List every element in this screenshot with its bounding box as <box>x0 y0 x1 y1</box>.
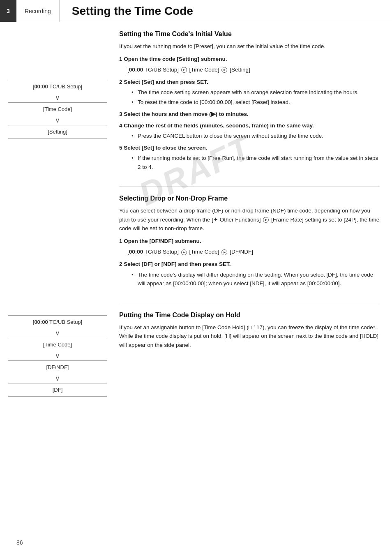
step-1-submenu: [00:00 TC/UB Setup] [Time Code] [Setting… <box>127 65 380 75</box>
menu-item-4: [00:00 TC/UB Setup] <box>8 315 107 328</box>
bullet-item: The time code setting screen appears wit… <box>131 88 380 97</box>
content-area: Setting the Time Code's Initial Value If… <box>115 30 392 409</box>
menu-arrow-2: ∨ <box>8 115 107 125</box>
section-initial-value: Setting the Time Code's Initial Value If… <box>119 30 380 171</box>
menu-box-2: [00:00 TC/UB Setup] ∨ [Time Code] ∨ [DF/… <box>8 315 107 397</box>
footer-page-number: 86 <box>16 539 23 546</box>
section-drop-nondrop: Selecting Drop or Non-Drop Frame You can… <box>119 195 380 288</box>
step-2-bullets: The time code setting screen appears wit… <box>131 88 380 106</box>
bullet-item: Press the CANCEL button to close the scr… <box>131 132 380 141</box>
section-3-title: Putting the Time Code Display on Hold <box>119 312 380 319</box>
bullet-item: If the running mode is set to [Free Run]… <box>131 154 380 171</box>
step-1: 1 Open the time code [Setting] submenu. <box>119 55 380 63</box>
page-footer: 86 <box>16 539 23 546</box>
page-title: Setting the Time Code <box>60 0 205 22</box>
step-s2-2: 2 Select [DF] or [NDF] and then press SE… <box>119 260 380 268</box>
step-5-bullets: If the running mode is set to [Free Run]… <box>131 154 380 171</box>
section-divider-1 <box>119 186 380 187</box>
step-2: 2 Select [Set] and then press SET. <box>119 78 380 86</box>
menu-item-3: [Setting] <box>8 125 107 138</box>
sidebar: [00:00 TC/UB Setup] ∨ [Time Code] ∨ [Set… <box>0 30 115 409</box>
step-s2-2-bullets: The time code's display will differ depe… <box>131 270 380 288</box>
menu-item-1: [00:00 TC/UB Setup] <box>8 80 107 93</box>
section-label: Recording <box>16 0 60 22</box>
section-3-intro: If you set an assignable button to [Time… <box>119 323 380 350</box>
section-1-title: Setting the Time Code's Initial Value <box>119 30 380 38</box>
menu-bold-1: 00:00 <box>34 83 48 90</box>
step-s2-1-submenu: [00:00 TC/UB Setup] [Time Code] [DF/NDF] <box>127 247 380 257</box>
step-5: 5 Select [Set] to close the screen. <box>119 144 380 152</box>
section-hold: Putting the Time Code Display on Hold If… <box>119 312 380 350</box>
menu-item-7: [DF] <box>8 383 107 397</box>
step-s2-1: 1 Open the [DF/NDF] submenu. <box>119 237 380 245</box>
bullet-item: The time code's display will differ depe… <box>131 270 380 288</box>
menu-arrow-4: ∨ <box>8 351 107 360</box>
menu-bold-2: 00:00 <box>34 319 48 325</box>
step-4: 4 Change the rest of the fields (minutes… <box>119 122 380 130</box>
menu-item-5: [Time Code] <box>8 338 107 351</box>
menu-arrow-3: ∨ <box>8 328 107 338</box>
step-3: 3 Select the hours and then move (▶) to … <box>119 110 380 118</box>
menu-box-1: [00:00 TC/UB Setup] ∨ [Time Code] ∨ [Set… <box>8 80 107 138</box>
step-4-bullets: Press the CANCEL button to close the scr… <box>131 132 380 141</box>
menu-arrow-5: ∨ <box>8 374 107 383</box>
menu-arrow-1: ∨ <box>8 93 107 102</box>
section-2-intro: You can select between a drop frame (DF)… <box>119 206 380 233</box>
menu-item-6: [DF/NDF] <box>8 360 107 374</box>
section-divider-2 <box>119 303 380 303</box>
page-number: 3 <box>0 0 16 22</box>
menu-item-2: [Time Code] <box>8 102 107 115</box>
bullet-item: To reset the time code to [00:00:00.00],… <box>131 98 380 107</box>
section-2-title: Selecting Drop or Non-Drop Frame <box>119 195 380 202</box>
main-content: [00:00 TC/UB Setup] ∨ [Time Code] ∨ [Set… <box>0 22 392 425</box>
section-1-intro: If you set the running mode to [Preset],… <box>119 42 380 51</box>
page-header: 3 Recording Setting the Time Code <box>0 0 392 22</box>
